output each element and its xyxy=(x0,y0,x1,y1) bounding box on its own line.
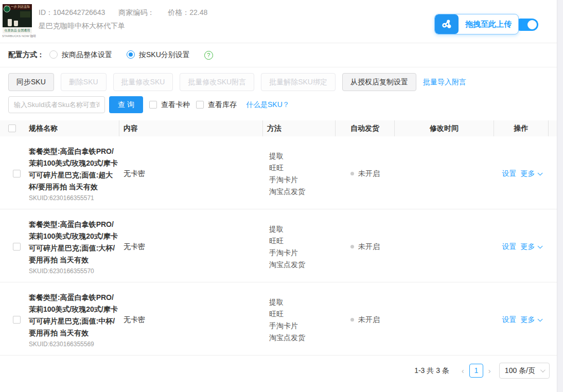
starbucks-logo-icon xyxy=(4,6,10,12)
view-card-type-option[interactable]: 查看卡种 xyxy=(149,100,190,110)
product-image: 快人一步 到店直取 任意饮品 全国通用 xyxy=(3,4,32,33)
more-link[interactable]: 更多 xyxy=(521,169,541,179)
method-list: 提取 旺旺 手淘卡片 淘宝点发货 xyxy=(263,219,336,275)
more-link[interactable]: 更多 xyxy=(521,242,541,252)
status-dot-icon xyxy=(350,245,354,248)
method-list: 提取 旺旺 手淘卡片 淘宝点发货 xyxy=(263,146,336,202)
sku-id: SKUID:6230166355569 xyxy=(29,341,119,348)
col-modified-time: 修改时间 xyxy=(395,120,494,136)
help-question-icon[interactable]: ? xyxy=(204,51,213,60)
sku-id: SKUID:6230166355571 xyxy=(29,194,119,202)
current-page[interactable]: 1 xyxy=(469,364,483,378)
total-count: 1-3 共 3 条 xyxy=(414,366,449,376)
upload-hint-label: 拖拽至此上传 xyxy=(459,14,518,34)
table-row: 套餐类型:高蛋白拿铁PRO/茉莉100美式/玫瑰20式/摩卡可可碎片星巴克;面值… xyxy=(0,136,557,209)
spec-name: 套餐类型:高蛋白拿铁PRO/茉莉100美式/玫瑰20式/摩卡可可碎片星巴克;面值… xyxy=(29,219,119,266)
radio-option-whole[interactable]: 按商品整体设置 xyxy=(49,50,112,60)
sku-toolbar: 同步SKU 删除SKU 批量修改SKU 批量修改SKU附言 批量解除SKU绑定 … xyxy=(0,67,557,91)
product-image-caption: STARBUCKS NOW 咖啡 xyxy=(2,34,38,39)
netdisk-cloud-icon xyxy=(435,14,459,34)
pagination: 1-3 共 3 条 ‹ 1 › 100 条/页 xyxy=(0,355,557,379)
content-value: 无卡密 xyxy=(119,292,263,348)
col-content: 内容 xyxy=(119,120,263,136)
product-name: 星巴克咖啡中杯大杯代下单 xyxy=(39,20,221,31)
radio-icon-checked[interactable] xyxy=(127,50,135,59)
select-all-checkbox[interactable] xyxy=(8,124,16,132)
product-id: ID：1042642726643 xyxy=(39,8,105,16)
sku-config-panel: 快人一步 到店直取 任意饮品 全国通用 STARBUCKS NOW 咖啡 ID：… xyxy=(0,0,557,392)
page-size-select[interactable]: 100 条/页 xyxy=(499,363,550,379)
row-checkbox[interactable] xyxy=(13,316,21,324)
right-gutter xyxy=(557,0,563,392)
delete-sku-button[interactable]: 删除SKU xyxy=(61,73,107,91)
table-row: 套餐类型:高蛋白拿铁PRO/茉莉100美式/玫瑰20式/摩卡可可碎片星巴克;面值… xyxy=(0,209,557,282)
merchant-code: 商家编码： xyxy=(118,8,154,16)
content-value: 无卡密 xyxy=(119,146,263,202)
chevron-down-icon xyxy=(537,170,542,175)
config-mode-row: 配置方式： 按商品整体设置 按SKU分别设置 ? xyxy=(0,43,557,67)
copy-from-authorized-shop-button[interactable]: 从授权店复制设置 xyxy=(342,73,416,91)
settings-link[interactable]: 设置 xyxy=(502,315,517,325)
config-mode-label: 配置方式： xyxy=(8,50,44,60)
product-image-bottom-text: 任意饮品 全国通用 xyxy=(3,27,32,33)
batch-import-note-link[interactable]: 批量导入附言 xyxy=(423,78,466,87)
auto-ship-status: 未开启 xyxy=(336,219,395,275)
table-header: 规格名称 内容 方法 自动发货 修改时间 操作 xyxy=(0,120,557,136)
modified-time xyxy=(395,219,494,275)
table-row: 套餐类型:高蛋白拿铁PRO/茉莉100美式/玫瑰20式/摩卡可可碎片星巴克;面值… xyxy=(0,282,557,355)
chevron-down-icon xyxy=(540,367,546,372)
sku-search-row: 查 询 查看卡种 查看库存 什么是SKU？ xyxy=(0,91,557,113)
checkbox-card-type[interactable] xyxy=(149,101,157,109)
modified-time xyxy=(395,292,494,348)
batch-unbind-sku-button[interactable]: 批量解除SKU绑定 xyxy=(261,73,336,91)
content-value: 无卡密 xyxy=(119,219,263,275)
modified-time xyxy=(395,146,494,202)
prev-page-button[interactable]: ‹ xyxy=(458,366,468,375)
radio-icon-unchecked[interactable] xyxy=(49,50,58,59)
status-dot-icon xyxy=(350,172,354,175)
more-link[interactable]: 更多 xyxy=(521,315,541,325)
col-method: 方法 xyxy=(263,120,336,136)
row-checkbox[interactable] xyxy=(13,243,21,251)
row-checkbox[interactable] xyxy=(13,170,21,177)
settings-link[interactable]: 设置 xyxy=(502,169,517,179)
what-is-sku-link[interactable]: 什么是SKU？ xyxy=(246,100,290,110)
method-list: 提取 旺旺 手淘卡片 淘宝点发货 xyxy=(263,292,336,348)
next-page-button[interactable]: › xyxy=(484,366,495,375)
product-price: 价格：22.48 xyxy=(168,8,207,16)
batch-edit-sku-note-button[interactable]: 批量修改SKU附言 xyxy=(180,73,254,91)
auto-ship-status: 未开启 xyxy=(336,292,395,348)
sku-search-input[interactable] xyxy=(8,96,105,113)
col-auto-ship: 自动发货 xyxy=(336,120,395,136)
view-stock-option[interactable]: 查看库存 xyxy=(196,100,237,110)
sku-table: 规格名称 内容 方法 自动发货 修改时间 操作 套餐类型:高蛋白拿铁PRO/茉莉… xyxy=(0,120,557,355)
batch-edit-sku-button[interactable]: 批量修改SKU xyxy=(113,73,173,91)
col-actions: 操作 xyxy=(494,120,549,136)
status-dot-icon xyxy=(350,318,354,322)
product-header: 快人一步 到店直取 任意饮品 全国通用 STARBUCKS NOW 咖啡 ID：… xyxy=(0,0,557,43)
sync-sku-button[interactable]: 同步SKU xyxy=(8,73,54,91)
radio-option-per-sku[interactable]: 按SKU分别设置 xyxy=(127,50,190,60)
drag-upload-button[interactable]: 拖拽至此上传 xyxy=(434,14,519,34)
chevron-down-icon xyxy=(537,316,542,322)
spec-name: 套餐类型:高蛋白拿铁PRO/茉莉100美式/玫瑰20式/摩卡可可碎片星巴克;面值… xyxy=(29,146,119,193)
settings-link[interactable]: 设置 xyxy=(502,242,517,252)
spec-name: 套餐类型:高蛋白拿铁PRO/茉莉100美式/玫瑰20式/摩卡可可碎片星巴克;面值… xyxy=(29,292,119,339)
sku-id: SKUID:6230166355570 xyxy=(29,268,119,275)
checkbox-stock[interactable] xyxy=(196,101,204,109)
chevron-down-icon xyxy=(537,243,542,248)
query-button[interactable]: 查 询 xyxy=(109,96,143,113)
auto-ship-status: 未开启 xyxy=(336,146,395,202)
col-spec-name: 规格名称 xyxy=(29,120,119,136)
